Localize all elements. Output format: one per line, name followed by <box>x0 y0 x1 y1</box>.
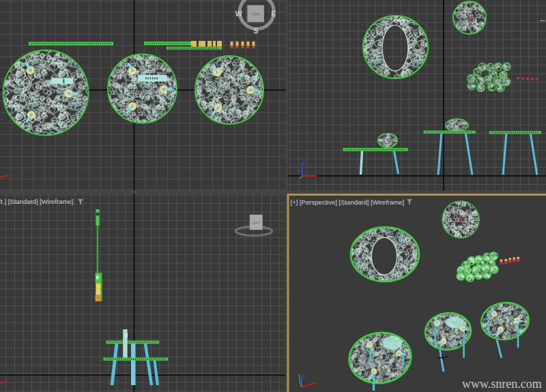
svg-text:E: E <box>271 10 276 18</box>
svg-text:ft ] [Standard] [Wireframe]: ft ] [Standard] [Wireframe] <box>0 198 73 205</box>
svg-text:TOP: TOP <box>251 12 260 16</box>
svg-text:www.snren.com: www.snren.com <box>462 377 542 391</box>
svg-text:S: S <box>253 27 258 35</box>
svg-text:z: z <box>303 160 306 165</box>
svg-text:W: W <box>235 10 242 18</box>
svg-text:z: z <box>303 374 306 378</box>
svg-text:LEFT: LEFT <box>252 221 260 225</box>
svg-text:[+] [Perspective] [Standard] [: [+] [Perspective] [Standard] [Wireframe] <box>291 198 405 206</box>
